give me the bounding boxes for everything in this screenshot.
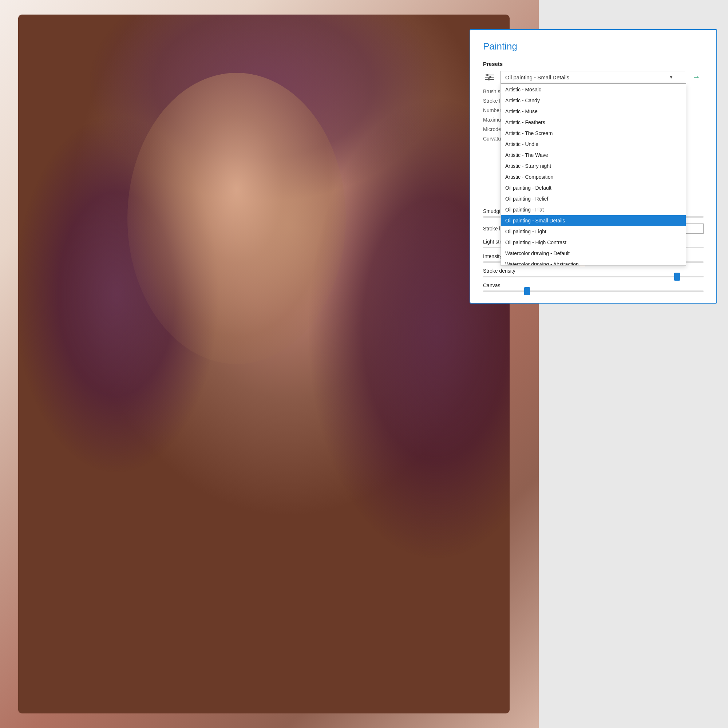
dropdown-item[interactable]: Artistic - Undie bbox=[501, 139, 686, 150]
preset-selected-label: Oil painting - Small Details bbox=[505, 74, 569, 80]
chevron-down-icon: ▼ bbox=[669, 75, 673, 80]
stroke-density-slider-row bbox=[483, 276, 704, 277]
dropdown-item[interactable]: Artistic - Starry night bbox=[501, 161, 686, 171]
canvas-slider-row bbox=[483, 291, 704, 292]
face-highlight bbox=[127, 73, 346, 364]
dropdown-item[interactable]: Artistic - Composition bbox=[501, 171, 686, 182]
presets-row: Oil painting - Small Details ▼ Artistic … bbox=[483, 70, 704, 84]
panel-title: Painting bbox=[483, 41, 704, 52]
arrow-icon-button[interactable] bbox=[691, 70, 704, 84]
dropdown-item[interactable]: Oil painting - Flat bbox=[501, 204, 686, 215]
dropdown-item[interactable]: Artistic - Muse bbox=[501, 106, 686, 117]
dropdown-item[interactable]: Artistic - Feathers bbox=[501, 117, 686, 128]
canvas-slider[interactable] bbox=[483, 291, 704, 292]
preset-selected-display[interactable]: Oil painting - Small Details ▼ bbox=[500, 71, 686, 84]
preset-dropdown-list: Artistic - MosaicArtistic - CandyArtisti… bbox=[500, 84, 686, 266]
portrait-background bbox=[0, 0, 539, 728]
presets-label: Presets bbox=[483, 61, 704, 67]
dropdown-item[interactable]: Artistic - Mosaic bbox=[501, 84, 686, 95]
painting-panel: Painting Presets Oil painting - Small De… bbox=[470, 29, 717, 304]
sliders-icon-button[interactable] bbox=[483, 70, 496, 84]
dropdown-item[interactable]: Artistic - Candy bbox=[501, 95, 686, 106]
stroke-density-label: Stroke density bbox=[483, 268, 704, 274]
arrow-right-icon bbox=[692, 74, 702, 80]
stroke-density-thumb[interactable] bbox=[674, 273, 680, 281]
dropdown-item[interactable]: Artistic - The Wave bbox=[501, 150, 686, 161]
canvas-section: Canvas bbox=[483, 283, 704, 292]
dropdown-item[interactable]: Oil painting - Relief bbox=[501, 193, 686, 204]
dropdown-item[interactable]: Oil painting - High Contrast bbox=[501, 237, 686, 248]
canvas-thumb[interactable] bbox=[524, 287, 530, 295]
sliders-icon bbox=[485, 75, 494, 80]
stroke-density-slider[interactable] bbox=[483, 276, 704, 277]
dropdown-item[interactable]: Watercolor drawing - Abstraction bbox=[501, 259, 686, 266]
dropdown-item[interactable]: Watercolor drawing - Default bbox=[501, 248, 686, 259]
stroke-density-section: Stroke density bbox=[483, 268, 704, 277]
canvas-label: Canvas bbox=[483, 283, 704, 288]
dropdown-item[interactable]: Oil painting - Light bbox=[501, 226, 686, 237]
dropdown-item[interactable]: Oil painting - Default bbox=[501, 182, 686, 193]
dropdown-item[interactable]: Oil painting - Small Details bbox=[501, 215, 686, 226]
dropdown-item[interactable]: Artistic - The Scream bbox=[501, 128, 686, 139]
preset-dropdown-wrapper: Oil painting - Small Details ▼ Artistic … bbox=[500, 71, 686, 84]
